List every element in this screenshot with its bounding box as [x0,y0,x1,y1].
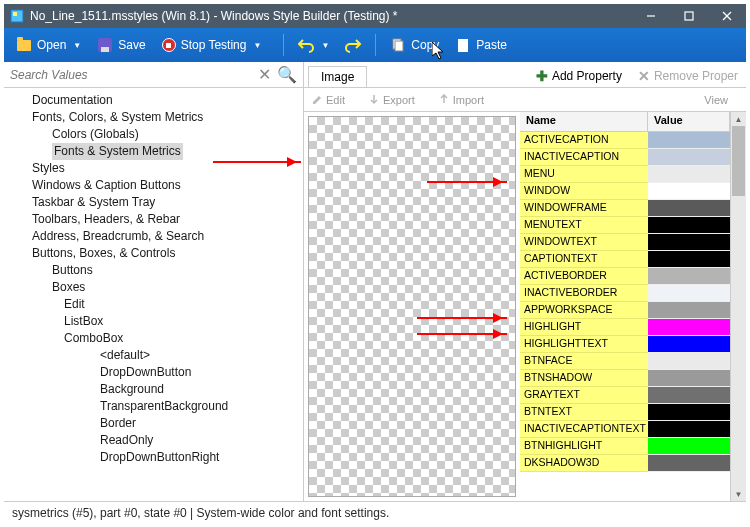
color-swatch [648,268,730,284]
tree-item[interactable]: TransparentBackground [4,398,303,415]
nav-tree[interactable]: DocumentationFonts, Colors, & System Met… [4,88,303,501]
x-icon: ✕ [638,68,650,84]
tree-item[interactable]: DropDownButton [4,364,303,381]
tab-image[interactable]: Image [308,66,367,87]
color-swatch [648,455,730,471]
property-row[interactable]: HIGHLIGHT [520,319,730,336]
property-row[interactable]: BTNTEXT [520,404,730,421]
property-value[interactable] [648,319,730,336]
add-property-button[interactable]: ✚Add Property [528,65,630,87]
tree-item[interactable]: Toolbars, Headers, & Rebar [4,211,303,228]
property-value[interactable] [648,387,730,404]
tab-header: Image ✚Add Property ✕Remove Proper [304,62,746,88]
property-value[interactable] [648,404,730,421]
property-name: WINDOW [520,183,648,200]
property-list[interactable]: ACTIVECAPTIONINACTIVECAPTIONMENUWINDOWWI… [520,132,730,501]
property-name: GRAYTEXT [520,387,648,404]
tree-item[interactable]: Background [4,381,303,398]
save-button[interactable]: Save [89,33,153,57]
open-button[interactable]: Open▼ [8,33,89,57]
tree-item[interactable]: Boxes [4,279,303,296]
property-value[interactable] [648,285,730,302]
tree-item[interactable]: ReadOnly [4,432,303,449]
property-value[interactable] [648,438,730,455]
property-row[interactable]: BTNSHADOW [520,370,730,387]
property-value[interactable] [648,455,730,472]
color-swatch [648,404,730,420]
tree-item[interactable]: Taskbar & System Tray [4,194,303,211]
tree-item[interactable]: DropDownButtonRight [4,449,303,466]
undo-button[interactable]: ▼ [290,33,337,57]
maximize-button[interactable] [670,4,708,28]
app-icon [10,9,24,23]
property-value[interactable] [648,251,730,268]
property-value[interactable] [648,217,730,234]
property-row[interactable]: DKSHADOW3D [520,455,730,472]
property-value[interactable] [648,132,730,149]
edit-button[interactable]: Edit [312,94,355,106]
scroll-up-icon[interactable]: ▲ [731,112,746,126]
property-row[interactable]: HIGHLIGHTTEXT [520,336,730,353]
property-value[interactable] [648,268,730,285]
property-value[interactable] [648,370,730,387]
tree-item[interactable]: Windows & Caption Buttons [4,177,303,194]
tree-item[interactable]: Buttons [4,262,303,279]
property-value[interactable] [648,149,730,166]
property-row[interactable]: WINDOWFRAME [520,200,730,217]
property-value[interactable] [648,200,730,217]
view-button[interactable]: View [704,94,728,106]
export-button[interactable]: Export [369,94,425,106]
tree-item[interactable]: ListBox [4,313,303,330]
property-row[interactable]: INACTIVECAPTIONTEXT [520,421,730,438]
col-name[interactable]: Name [520,112,648,131]
property-value[interactable] [648,166,730,183]
import-button[interactable]: Import [439,94,494,106]
tree-item[interactable]: Fonts, Colors, & System Metrics [4,109,303,126]
scrollbar[interactable]: ▲ ▼ [730,112,746,501]
search-icon[interactable]: 🔍 [277,65,297,84]
property-row[interactable]: BTNHIGHLIGHT [520,438,730,455]
property-row[interactable]: BTNFACE [520,353,730,370]
property-row[interactable]: WINDOW [520,183,730,200]
stop-testing-button[interactable]: Stop Testing▼ [154,34,270,56]
property-row[interactable]: CAPTIONTEXT [520,251,730,268]
property-name: BTNTEXT [520,404,648,421]
property-row[interactable]: GRAYTEXT [520,387,730,404]
property-row[interactable]: APPWORKSPACE [520,302,730,319]
property-row[interactable]: ACTIVECAPTION [520,132,730,149]
tree-item[interactable]: Colors (Globals) [4,126,303,143]
property-row[interactable]: INACTIVECAPTION [520,149,730,166]
tree-item[interactable]: Border [4,415,303,432]
property-row[interactable]: MENU [520,166,730,183]
property-value[interactable] [648,336,730,353]
col-value[interactable]: Value [648,112,730,131]
remove-property-button[interactable]: ✕Remove Proper [630,65,746,87]
search-input[interactable] [10,68,258,82]
scroll-thumb[interactable] [732,126,745,196]
property-row[interactable]: WINDOWTEXT [520,234,730,251]
tree-item[interactable]: Documentation [4,92,303,109]
tree-item-selected[interactable]: Fonts & System Metrics [52,143,183,160]
property-value[interactable] [648,421,730,438]
paste-button[interactable]: Paste [447,33,515,57]
search-clear-icon[interactable]: ✕ [258,65,271,84]
property-value[interactable] [648,234,730,251]
tree-item[interactable]: Edit [4,296,303,313]
tree-item[interactable]: Address, Breadcrumb, & Search [4,228,303,245]
property-value[interactable] [648,302,730,319]
tree-item[interactable]: <default> [4,347,303,364]
property-row[interactable]: MENUTEXT [520,217,730,234]
tree-item[interactable]: Buttons, Boxes, & Controls [4,245,303,262]
tree-item[interactable]: ComboBox [4,330,303,347]
property-name: BTNFACE [520,353,648,370]
close-button[interactable] [708,4,746,28]
property-value[interactable] [648,353,730,370]
property-value[interactable] [648,183,730,200]
property-row[interactable]: ACTIVEBORDER [520,268,730,285]
property-row[interactable]: INACTIVEBORDER [520,285,730,302]
redo-button[interactable] [337,33,369,57]
scroll-down-icon[interactable]: ▼ [731,487,746,501]
minimize-button[interactable] [632,4,670,28]
property-name: MENUTEXT [520,217,648,234]
color-swatch [648,302,730,318]
